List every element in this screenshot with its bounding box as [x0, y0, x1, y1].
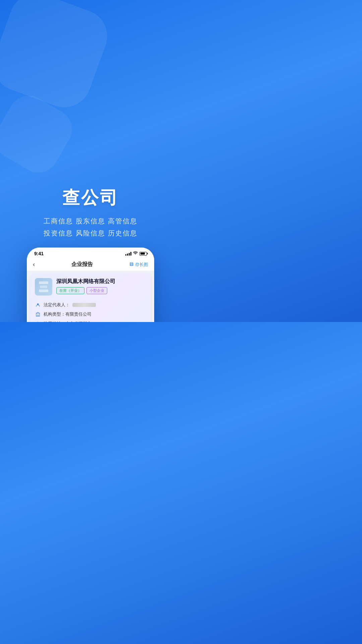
- badge-operating: 在营（开业）: [56, 287, 84, 294]
- type-text: 机构类型：有限责任公司: [44, 311, 92, 317]
- info-row-type: 机构类型：有限责任公司: [35, 310, 146, 319]
- back-button[interactable]: ‹: [33, 261, 35, 268]
- wifi-icon: [133, 251, 138, 256]
- company-card: 深圳凤凰木网络有限公司 在营（开业） 小型企业 法定代表人：: [30, 273, 151, 322]
- header-area: 查公司 工商信息 股东信息 高管信息 投资信息 风险信息 历史信息: [0, 168, 181, 248]
- svg-rect-0: [130, 264, 133, 265]
- info-row-address: 注册地址：广东省深圳市: [35, 319, 146, 322]
- save-label: 存长图: [135, 262, 148, 268]
- nav-title: 企业报告: [71, 261, 93, 268]
- status-bar: 9:41: [27, 248, 154, 258]
- nav-bar: ‹ 企业报告 存长图: [27, 258, 154, 271]
- save-button[interactable]: 存长图: [129, 262, 148, 268]
- company-badges: 在营（开业） 小型企业: [56, 287, 146, 294]
- subtitle-line1: 工商信息 股东信息 高管信息: [0, 215, 181, 227]
- badge-size: 小型企业: [86, 287, 107, 294]
- address-text: 注册地址：广东省深圳市: [44, 321, 92, 322]
- signal-icon: [125, 252, 131, 256]
- subtitle-line2: 投资信息 风险信息 历史信息: [0, 227, 181, 239]
- info-row-representative: 法定代表人：: [35, 300, 146, 310]
- company-name-area: 深圳凤凰木网络有限公司 在营（开业） 小型企业: [56, 278, 146, 294]
- person-icon: [35, 302, 41, 308]
- representative-label: 法定代表人：: [44, 302, 70, 308]
- location-icon: [35, 321, 41, 322]
- phone-mockup: 9:41 ‹ 企业报告: [27, 248, 154, 322]
- content-area: 深圳凤凰木网络有限公司 在营（开业） 小型企业 法定代表人：: [27, 271, 154, 322]
- building-icon: [35, 311, 41, 317]
- save-icon: [129, 262, 134, 267]
- main-title: 查公司: [0, 186, 181, 210]
- company-logo: [35, 278, 52, 296]
- company-header: 深圳凤凰木网络有限公司 在营（开业） 小型企业: [35, 278, 146, 296]
- status-time: 9:41: [34, 251, 44, 256]
- company-name: 深圳凤凰木网络有限公司: [56, 278, 146, 285]
- representative-value: [72, 303, 96, 307]
- status-icons: [125, 251, 147, 256]
- subtitle: 工商信息 股东信息 高管信息 投资信息 风险信息 历史信息: [0, 215, 181, 239]
- battery-icon: [139, 252, 147, 256]
